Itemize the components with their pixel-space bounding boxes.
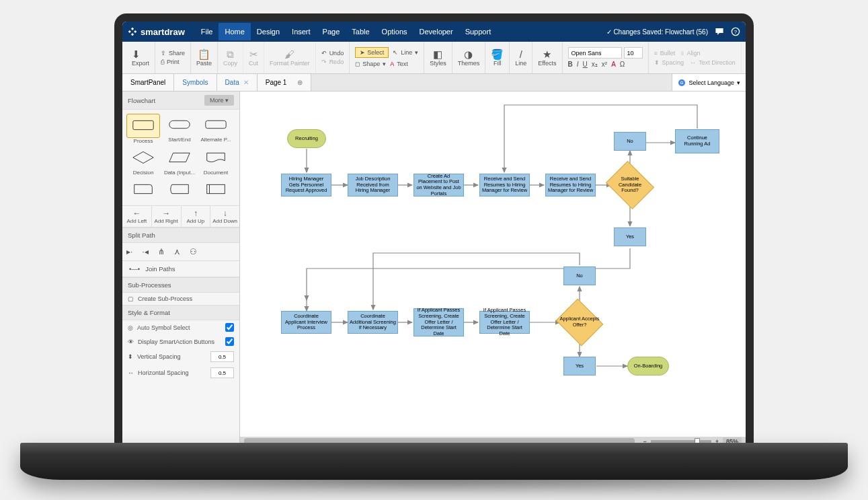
font-color-button[interactable]: A — [611, 61, 616, 68]
node-yes1[interactable]: Yes — [614, 227, 646, 246]
tab-page1[interactable]: Page 1⊕ — [258, 74, 312, 91]
add-up-button[interactable]: ↑Add Up — [182, 206, 211, 227]
menu-support[interactable]: Support — [459, 23, 498, 40]
ribbon-tools-group: ➤ Select ↖Line ▾ ◻Shape ▾ AText — [350, 42, 424, 73]
underline-button[interactable]: U — [583, 61, 588, 68]
ribbon-copy[interactable]: ⧉ Copy — [218, 42, 243, 73]
v-spacing-input[interactable] — [210, 351, 234, 362]
node-p1[interactable]: Hiring Manager Gets Personnel Request Ap… — [281, 174, 331, 197]
undo-button[interactable]: ↶Undo — [321, 49, 344, 57]
line-tool[interactable]: ↖Line ▾ — [393, 48, 418, 57]
join-icon: •—• — [129, 265, 140, 273]
redo-icon: ↷ — [321, 59, 327, 65]
tab-symbols[interactable]: Symbols — [174, 74, 216, 91]
select-tool[interactable]: ➤ Select — [355, 47, 389, 58]
ribbon-themes[interactable]: ◑ Themes — [452, 42, 486, 73]
add-right-button[interactable]: →Add Right — [152, 206, 182, 227]
node-recruiting[interactable]: Recruiting — [287, 129, 326, 148]
display-sa-checkbox[interactable] — [225, 337, 234, 346]
node-yes2[interactable]: Yes — [563, 357, 596, 376]
shape-tool[interactable]: ◻Shape ▾ — [355, 60, 386, 68]
tab-smartpanel[interactable]: SmartPanel — [122, 74, 174, 91]
auto-symbol-icon: ◎ — [128, 324, 133, 331]
split-right-icon[interactable]: ▸· — [126, 247, 132, 256]
language-selector[interactable]: G Select Language ▾ — [672, 74, 746, 91]
create-sub-process-button[interactable]: ▢ Create Sub-Process — [122, 293, 239, 305]
spacing-button[interactable]: ⬍ Spacing ↔ Text Direction — [654, 59, 736, 67]
shape-document[interactable]: Document — [199, 147, 233, 176]
close-icon[interactable]: ✕ — [243, 79, 249, 86]
node-no1[interactable]: No — [614, 132, 646, 151]
menu-home[interactable]: Home — [219, 23, 250, 40]
help-icon[interactable]: ? — [731, 27, 740, 36]
split-tree-icon[interactable]: ⚇ — [190, 247, 197, 256]
shape-alternate[interactable]: Alternate P... — [199, 114, 233, 144]
more-button[interactable]: More ▾ — [204, 95, 234, 106]
shape-decision[interactable]: Decision — [126, 147, 160, 176]
ribbon-fill[interactable]: 🪣 Fill — [485, 42, 510, 73]
node-p5[interactable]: Coordinate Applicant Interview Process — [281, 311, 331, 334]
superscript-button[interactable]: x² — [602, 61, 607, 68]
redo-button[interactable]: ↷Redo — [321, 58, 344, 66]
chat-icon[interactable] — [715, 27, 724, 36]
add-page-icon[interactable]: ⊕ — [297, 79, 303, 86]
shape-extra2[interactable] — [163, 178, 196, 201]
print-icon: ⎙ — [161, 59, 164, 65]
shape-data[interactable]: Data (Input... — [163, 147, 196, 176]
add-down-button[interactable]: ↓Add Down — [210, 206, 239, 227]
add-left-button[interactable]: ←Add Left — [122, 206, 152, 227]
menu-options[interactable]: Options — [376, 23, 413, 40]
ribbon-paste[interactable]: 📋 Paste — [191, 42, 218, 73]
node-p4[interactable]: Receive and Send Resumes to Hiring Manag… — [479, 174, 530, 197]
node-p3[interactable]: Create Ad Placement to Post on Website a… — [413, 174, 464, 197]
ribbon-export-group: ⬇ Export — [126, 42, 155, 73]
node-d2-shape[interactable] — [556, 299, 604, 347]
node-onboard[interactable]: On-Boarding — [627, 357, 669, 376]
ribbon-cut[interactable]: ✂ Cut — [243, 42, 264, 73]
shape-start-end[interactable]: Start/End — [163, 114, 196, 144]
split-v-icon[interactable]: ⋔ — [158, 247, 165, 256]
menu-design[interactable]: Design — [251, 23, 286, 40]
ribbon-format-painter[interactable]: 🖌 Format Painter — [264, 42, 316, 73]
node-p4c[interactable]: Receive and Send Resumes to Hiring Manag… — [545, 174, 596, 197]
text-tool[interactable]: AText — [390, 60, 408, 68]
menu-developer[interactable]: Developer — [413, 23, 459, 40]
shape-extra1[interactable] — [126, 178, 160, 201]
font-family-select[interactable] — [568, 47, 622, 59]
menu-file[interactable]: File — [195, 23, 219, 40]
auto-symbol-checkbox[interactable] — [225, 323, 234, 332]
split-y-icon[interactable]: ⋏ — [174, 247, 180, 256]
menu-page[interactable]: Page — [317, 23, 346, 40]
export-icon[interactable]: ⬇ — [132, 49, 141, 59]
node-p6[interactable]: Coordinate Additional Screening if Neces… — [348, 311, 398, 334]
node-cont[interactable]: Continue Running Ad — [675, 129, 719, 153]
menu-insert[interactable]: Insert — [286, 23, 317, 40]
node-d1-shape[interactable] — [606, 161, 654, 209]
font-size-select[interactable] — [624, 47, 643, 59]
join-paths-row[interactable]: •—• Join Paths — [122, 260, 239, 277]
canvas[interactable]: Recruiting Hiring Manager Gets Personnel… — [240, 92, 746, 437]
ribbon-styles[interactable]: ◧ Styles — [424, 42, 452, 73]
ribbon-effects[interactable]: ★ Effects — [532, 42, 562, 73]
node-p2[interactable]: Job Description Received from Hiring Man… — [348, 174, 398, 197]
subscript-button[interactable]: x₂ — [592, 61, 598, 68]
tab-data[interactable]: Data✕ — [217, 74, 258, 91]
canvas-area: Recruiting Hiring Manager Gets Personnel… — [240, 92, 746, 446]
node-no2[interactable]: No — [563, 266, 596, 285]
node-p7b[interactable]: If Applicant Passes Screening, Create Of… — [479, 311, 530, 334]
split-left-icon[interactable]: ·◂ — [142, 247, 148, 256]
shape-extra3[interactable] — [199, 178, 233, 201]
h-spacing-input[interactable] — [210, 367, 234, 378]
print-button[interactable]: ⎙Print — [161, 58, 180, 66]
italic-button[interactable]: I — [577, 61, 579, 68]
menu-table[interactable]: Table — [346, 23, 375, 40]
bullet-button[interactable]: ≡ Bullet ⫴ Align — [654, 49, 701, 58]
node-p7[interactable]: If Applicant Passes Screening, Create Of… — [413, 308, 464, 336]
ribbon-share-group: ⇪Share ⎙Print — [155, 42, 191, 73]
shape-process[interactable]: Process — [126, 114, 160, 144]
bold-button[interactable]: B — [568, 61, 573, 68]
symbol-button[interactable]: Ω — [620, 61, 625, 68]
ribbon-line2[interactable]: / Line — [510, 42, 532, 73]
arrow-down-icon: ↓ — [210, 209, 239, 218]
share-button[interactable]: ⇪Share — [161, 49, 185, 57]
